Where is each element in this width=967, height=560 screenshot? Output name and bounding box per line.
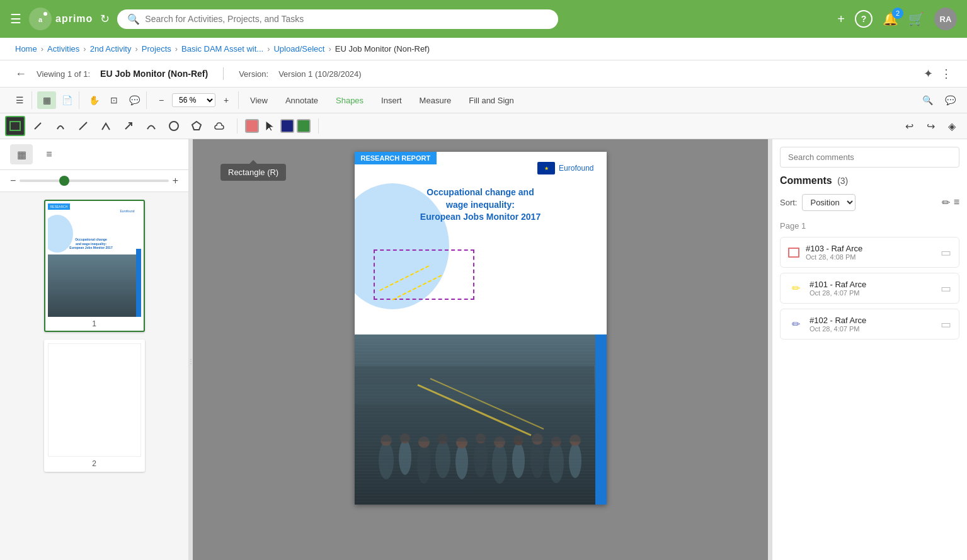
breadcrumb-upload-select[interactable]: Upload/Select (273, 44, 324, 54)
pdf-page-photo (355, 334, 607, 505)
breadcrumb: Home › Activities › 2nd Activity › Proje… (0, 38, 967, 60)
sort-select[interactable]: Position Date Author (802, 194, 855, 211)
app-logo[interactable]: a aprimo (29, 8, 93, 30)
rectangle-icon (9, 121, 21, 131)
thumbnail-zoom-in-button[interactable]: + (173, 175, 178, 186)
annotate-menu[interactable]: Annotate (282, 93, 322, 108)
toolbar-right-actions: 🔍 💬 (918, 91, 959, 109)
version-value: Version 1 (10/28/2024) (278, 69, 362, 79)
svg-text:a: a (38, 16, 43, 23)
breadcrumb-basic-dam[interactable]: Basic DAM Asset wit... (181, 44, 263, 54)
add-button[interactable]: + (837, 12, 845, 26)
comment-103-user: #103 - Raf Arce (806, 244, 934, 253)
back-button[interactable]: ← (15, 67, 26, 81)
notifications-button[interactable]: 🔔 2 (883, 11, 898, 26)
pan-tool-button[interactable]: ✋ (84, 91, 103, 109)
zoom-control: − + (0, 170, 188, 192)
document-title-bar: ← Viewing 1 of 1: EU Job Monitor (Non-Re… (0, 60, 967, 88)
freehand-tool-button[interactable] (50, 116, 71, 136)
erase-button[interactable]: ◈ (942, 116, 962, 136)
comment-101-action-icon[interactable]: ▭ (941, 282, 951, 295)
svg-line-5 (79, 122, 87, 130)
rectangle-tool-button[interactable] (5, 116, 25, 136)
breadcrumb-home[interactable]: Home (15, 44, 37, 54)
comment-card-103[interactable]: #103 - Raf Arce Oct 28, 4:08 PM ▭ (780, 237, 959, 268)
sparkle-button[interactable]: ✦ (924, 67, 933, 81)
breadcrumb-activities[interactable]: Activities (47, 44, 79, 54)
measure-menu[interactable]: Measure (416, 93, 455, 108)
svg-point-7 (169, 122, 178, 130)
view-menu[interactable]: View (246, 93, 272, 108)
comment-102-info: #102 - Raf Arce Oct 28, 4:07 PM (810, 316, 934, 333)
cart-button[interactable]: 🛒 (908, 11, 924, 26)
arrow-tool-button[interactable] (118, 116, 139, 136)
shapes-menu[interactable]: Shapes (332, 93, 367, 108)
zoom-select[interactable]: 56 % 25 % 50 % 75 % 100 % (172, 93, 215, 107)
cloud-tool-button[interactable] (209, 116, 229, 136)
redo-button[interactable]: ↪ (920, 116, 941, 136)
circle-tool-button[interactable] (164, 116, 184, 136)
pdf-page-title: Occupational change and wage inequality:… (367, 186, 594, 224)
page-thumbnail-button[interactable]: ▦ (37, 91, 56, 109)
pdf-menu-bar: View Annotate Shapes Insert Measure Fill… (241, 93, 523, 108)
fill-dark-color-swatch[interactable] (280, 119, 294, 133)
line-tool-button[interactable] (73, 116, 93, 136)
thumbnail-zoom-out-button[interactable]: − (10, 175, 16, 186)
pdf-canvas-area[interactable]: RESEARCH REPORT ★ Eurofound Occupational… (193, 139, 768, 560)
fill-sign-menu[interactable]: Fill and Sign (465, 93, 518, 108)
cursor-shape (265, 120, 275, 132)
zoom-in-button[interactable]: + (217, 91, 236, 109)
comment-panel-button[interactable]: 💬 (941, 91, 959, 109)
insert-menu[interactable]: Insert (377, 93, 406, 108)
thumbnail-zoom-thumb (59, 176, 69, 186)
arrow-icon (123, 120, 134, 132)
page-thumbnail-1[interactable]: RESEARCH Eurofound Occupational changean… (44, 200, 145, 332)
user-avatar[interactable]: RA (934, 8, 957, 30)
global-search-bar[interactable]: 🔍 (117, 9, 558, 29)
help-button[interactable]: ? (855, 10, 873, 28)
search-document-button[interactable]: 🔍 (918, 91, 937, 109)
undo-button[interactable]: ↩ (899, 116, 919, 136)
polyline-tool-button[interactable] (96, 116, 116, 136)
comment-101-time: Oct 28, 4:07 PM (810, 289, 934, 297)
comment-102-action-icon[interactable]: ▭ (941, 317, 951, 331)
zoom-out-button[interactable]: − (152, 91, 171, 109)
highlight-tool-button[interactable] (28, 116, 48, 136)
text-select-button[interactable]: 💬 (125, 91, 144, 109)
page-properties-button[interactable]: 📄 (57, 91, 76, 109)
crowd-illustration (355, 334, 607, 505)
comment-102-pencil-icon: ✏ (788, 317, 803, 332)
breadcrumb-2nd-activity[interactable]: 2nd Activity (90, 44, 132, 54)
svg-rect-38 (355, 385, 594, 404)
cursor-icon[interactable] (261, 118, 278, 134)
svg-line-12 (380, 265, 430, 290)
fill-green-color-swatch[interactable] (297, 119, 311, 133)
comments-header: Comments (3) (780, 175, 959, 186)
comment-103-time: Oct 28, 4:08 PM (806, 253, 934, 261)
edit-icon[interactable]: ✏ (942, 197, 950, 209)
comment-card-101[interactable]: ✏ #101 - Raf Arce Oct 28, 4:07 PM ▭ (780, 273, 959, 304)
comment-103-action-icon[interactable]: ▭ (941, 246, 951, 260)
thumbnail-zoom-slider[interactable] (20, 180, 168, 182)
filter-icon[interactable]: ≡ (954, 197, 959, 209)
sidebar-toggle-button[interactable]: ☰ (10, 91, 29, 109)
page-thumbnail-2[interactable]: 2 (44, 340, 145, 472)
curve-tool-button[interactable] (141, 116, 161, 136)
refresh-icon[interactable]: ↻ (100, 12, 110, 26)
more-options-button[interactable]: ⋮ (941, 67, 952, 81)
polygon-tool-button[interactable] (186, 116, 207, 136)
svg-rect-3 (10, 122, 20, 130)
breadcrumb-projects[interactable]: Projects (142, 44, 171, 54)
search-comments-input[interactable] (780, 147, 959, 168)
toolbar-zoom-value-group: − 56 % 25 % 50 % 75 % 100 % + (149, 91, 239, 109)
toolbar-page-view-group: ▦ 📄 (35, 91, 79, 109)
outline-color-swatch[interactable] (245, 119, 259, 133)
hamburger-menu-icon[interactable]: ☰ (10, 11, 21, 26)
comment-card-102[interactable]: ✏ #102 - Raf Arce Oct 28, 4:07 PM ▭ (780, 309, 959, 340)
selection-tool-button[interactable]: ⊡ (105, 91, 123, 109)
svg-point-2 (43, 12, 47, 16)
comment-103-rect-icon (788, 248, 799, 258)
global-search-input[interactable] (145, 14, 548, 24)
list-view-tab[interactable]: ≡ (38, 144, 60, 164)
thumbnail-view-tab[interactable]: ▦ (10, 144, 33, 164)
